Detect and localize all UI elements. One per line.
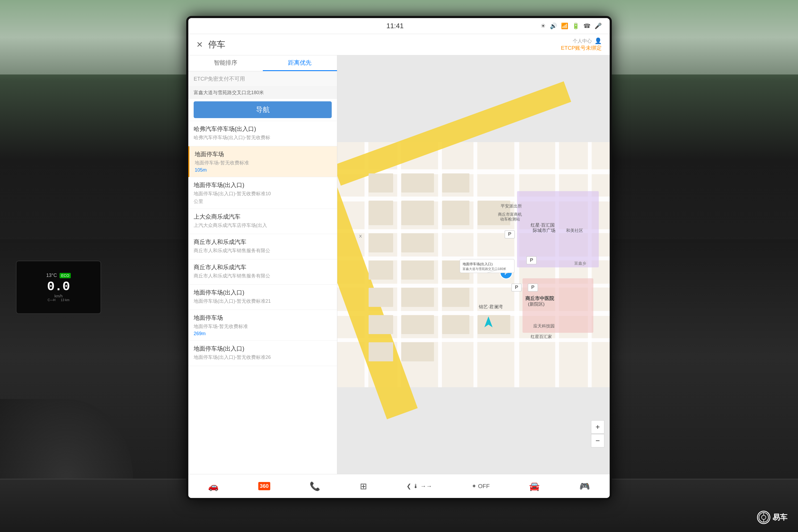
app-header: ✕ 停车 个人中心 👤 ETCP账号未绑定 [188, 34, 610, 55]
range-display: 13 km [61, 298, 70, 302]
toolbar-climate-left[interactable]: ❮ 🌡 →→ [406, 483, 432, 490]
parking-item[interactable]: 商丘市人和乐成汽车 商丘市人和乐成汽车销售服务有限公 [188, 259, 337, 285]
car-app-icon: 🚗 [208, 481, 218, 491]
navigate-button[interactable]: 导航 [194, 101, 332, 118]
zoom-in-button[interactable]: + [591, 420, 604, 434]
toolbar-car-app[interactable]: 🚗 [208, 481, 218, 491]
brightness-icon: ☀ [540, 23, 546, 30]
instrument-cluster: 13°C ECO 0.0 km/h C—H 13 km [16, 261, 101, 314]
sort-tab-smart[interactable]: 智能排序 [188, 55, 263, 71]
car-interior: 13°C ECO 0.0 km/h C—H 13 km ENGINE START… [0, 0, 798, 532]
watermark: 易车 [757, 511, 787, 524]
map-area[interactable]: P P P P P 地面停车场(出入口) 富鑫大道与雪苑路交叉口 [337, 55, 610, 474]
user-icon[interactable]: 👤 [594, 38, 602, 44]
parking-item[interactable]: 上大众商乐成汽车 上汽大众商乐成汽车店停车场(出入 [188, 209, 337, 234]
zoom-out-button[interactable]: − [591, 434, 604, 448]
parking-item[interactable]: 地面停车场(出入口) 地面停车场(出入口)-暂无收费标准26 [188, 341, 337, 366]
parking-item[interactable]: 商丘市人和乐成汽车 商丘市人和乐成汽车销售服务有限公 [188, 234, 337, 259]
parking-items-list[interactable]: 哈弗汽车停车场(出入口) 哈弗汽车停车场(出入口)-暂无收费标 地面停车场 地面… [188, 121, 337, 474]
toolbar-grid[interactable]: ⊞ [360, 481, 367, 491]
toolbar-360[interactable]: 360 [258, 482, 270, 490]
car-mode-icon: 🚘 [529, 481, 540, 491]
phone-icon: 📞 [310, 481, 320, 491]
touchscreen: 11:41 ☀ 🔊 📶 🔋 ☎ 🎤 ✕ 停车 个人中 [186, 16, 612, 500]
volume-icon: 🔊 [550, 23, 557, 30]
parking-item[interactable]: 地面停车场(出入口) 地面停车场(出入口)-暂无收费标准10 公里 [188, 177, 337, 209]
status-time: 11:41 [386, 22, 403, 30]
toolbar-car-mode[interactable]: 🚘 [529, 481, 540, 491]
sort-tab-distance[interactable]: 距离优先 [263, 55, 337, 71]
360-icon: 360 [258, 482, 270, 490]
nav-button-container: 导航 [188, 99, 337, 121]
svg-point-69 [762, 515, 766, 519]
battery-icon: 🔋 [572, 23, 580, 30]
toolbar-ac-off[interactable]: ✦ OFF [472, 483, 490, 490]
parking-item[interactable]: 地面停车场 地面停车场-暂无收费标准 269m [188, 310, 337, 341]
status-icons: ☀ 🔊 📶 🔋 ☎ 🎤 [540, 23, 602, 30]
signal-icon: 📶 [561, 23, 568, 30]
climate-left-icon: ❮ 🌡 →→ [406, 483, 432, 490]
network-icon: ☎ [583, 23, 590, 30]
address-hint: 富鑫大道与雪苑路交叉口北180米 [188, 87, 337, 99]
personal-center-label: 个人中心 [573, 38, 592, 44]
parking-item-highlighted[interactable]: 地面停车场 地面停车场-暂无收费标准 105m [188, 146, 337, 177]
map-zoom-controls: + − [591, 420, 604, 448]
toolbar-phone[interactable]: 📞 [310, 481, 320, 491]
watermark-icon [757, 511, 770, 524]
status-bar: 11:41 ☀ 🔊 📶 🔋 ☎ 🎤 [188, 18, 610, 34]
etcp-banner: ETCP免密支付不可用 [188, 71, 337, 87]
grid-icon: ⊞ [360, 481, 367, 491]
parking-item[interactable]: 地面停车场(出入口) 地面停车场(出入口)-暂无收费标准21 [188, 285, 337, 310]
ac-off-label: ✦ OFF [472, 483, 490, 490]
temperature-display: 13°C [46, 273, 57, 278]
toolbar-steering[interactable]: 🎮 [580, 481, 590, 491]
sort-tabs: 智能排序 距离优先 [188, 55, 337, 71]
watermark-label: 易车 [773, 512, 787, 522]
gear-indicator: C—H [48, 298, 55, 302]
app-title: 停车 [208, 39, 225, 51]
bottom-toolbar: 🚗 360 📞 ⊞ ❮ 🌡 →→ ✦ OFF 🚘 [188, 474, 610, 498]
speed-display: 0.0 [47, 280, 70, 294]
eco-badge: ECO [60, 273, 71, 278]
close-button[interactable]: ✕ [196, 40, 203, 49]
main-area: 智能排序 距离优先 ETCP免密支付不可用 富鑫大道与雪苑路交叉口北180米 [188, 55, 610, 474]
map-overlay: + − [337, 55, 610, 474]
steering-icon: 🎮 [580, 481, 590, 491]
etcp-account-label[interactable]: ETCP账号未绑定 [561, 44, 602, 52]
mic-icon: 🎤 [594, 23, 602, 30]
parking-item[interactable]: 哈弗汽车停车场(出入口) 哈弗汽车停车场(出入口)-暂无收费标 [188, 121, 337, 146]
parking-list-panel: 智能排序 距离优先 ETCP免密支付不可用 富鑫大道与雪苑路交叉口北180米 [188, 55, 337, 474]
